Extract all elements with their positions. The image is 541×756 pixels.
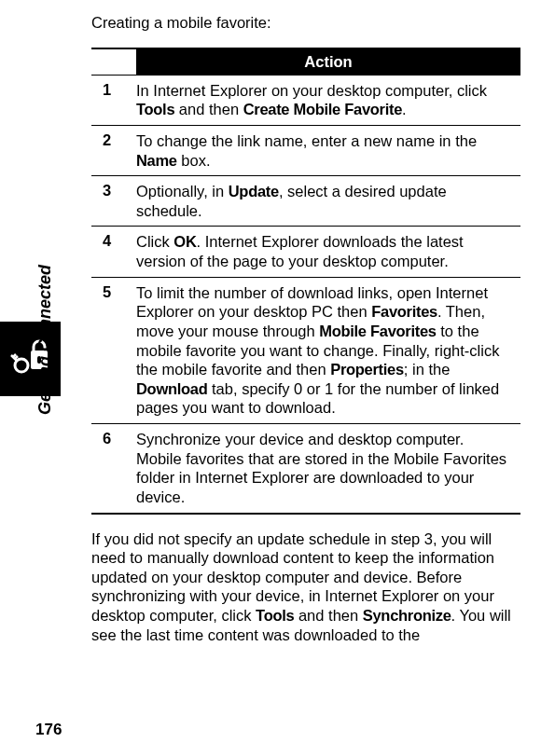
step-number: 4 — [91, 227, 136, 277]
table-row: 3 Optionally, in Update, select a desire… — [91, 176, 520, 227]
step-number: 3 — [91, 176, 136, 227]
step-desc: To limit the number of download links, o… — [136, 277, 520, 423]
step-number: 1 — [91, 75, 136, 125]
step-desc: In Internet Explorer on your desktop com… — [136, 75, 520, 125]
section-label: Getting Connected — [35, 228, 55, 415]
header-spacer — [91, 48, 136, 76]
table-row: 6 Synchronize your device and desktop co… — [91, 424, 520, 514]
step-desc: Synchronize your device and desktop comp… — [136, 424, 520, 514]
table-row: 1 In Internet Explorer on your desktop c… — [91, 75, 520, 125]
table-row: 2 To change the link name, enter a new n… — [91, 125, 520, 175]
svg-point-2 — [15, 359, 28, 372]
page-content: Creating a mobile favorite: Action 1 In … — [91, 13, 520, 644]
page-number: 176 — [35, 721, 62, 739]
intro-text: Creating a mobile favorite: — [91, 13, 520, 33]
follow-up-text: If you did not specify an update schedul… — [91, 529, 520, 645]
step-number: 5 — [91, 277, 136, 423]
step-desc: To change the link name, enter a new nam… — [136, 125, 520, 175]
header-action: Action — [136, 48, 520, 76]
step-desc: Click OK. Internet Explorer downloads th… — [136, 227, 520, 277]
table-row: 4 Click OK. Internet Explorer downloads … — [91, 227, 520, 277]
table-row: 5 To limit the number of download links,… — [91, 277, 520, 423]
action-table: Action 1 In Internet Explorer on your de… — [91, 48, 520, 515]
step-desc: Optionally, in Update, select a desired … — [136, 176, 520, 227]
step-number: 2 — [91, 125, 136, 175]
step-number: 6 — [91, 424, 136, 514]
